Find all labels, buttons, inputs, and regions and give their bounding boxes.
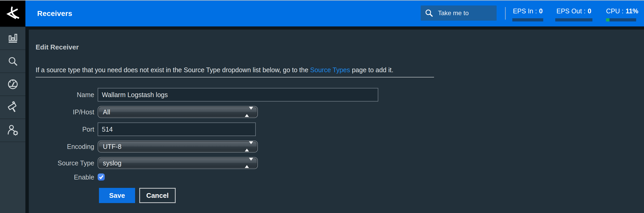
header-divider — [505, 7, 506, 20]
select-spinner-icon — [245, 110, 253, 114]
source-type-label: Source Type — [36, 159, 94, 167]
page-title: Receivers — [37, 1, 72, 26]
sidebar-item-monitoring[interactable] — [0, 73, 25, 96]
section-heading: Edit Receiver — [36, 43, 644, 51]
cpu-label: CPU : — [606, 7, 624, 15]
encoding-selected-value: UTF-8 — [98, 143, 121, 150]
port-row: Port — [36, 122, 644, 136]
search-placeholder: Take me to — [438, 9, 469, 17]
bar-chart-icon — [7, 32, 19, 44]
search-icon — [425, 9, 433, 17]
select-spinner-icon — [245, 161, 253, 165]
note-text-before: If a source type that you need does not … — [36, 66, 310, 74]
cpu-meter — [606, 18, 636, 21]
eps-out-metric: EPS Out :0 — [555, 7, 592, 21]
edit-receiver-form: Name IP/Host All Port Encoding UTF-8 Sou… — [36, 88, 644, 203]
left-sidebar — [0, 27, 25, 213]
enable-row: Enable — [36, 173, 644, 181]
name-label: Name — [36, 91, 94, 99]
eps-out-value: 0 — [588, 7, 591, 15]
eps-in-metric: EPS In :0 — [512, 7, 543, 21]
port-label: Port — [36, 126, 94, 133]
ip-host-label: IP/Host — [36, 108, 94, 116]
gavel-icon — [7, 101, 19, 113]
name-row: Name — [36, 88, 644, 102]
form-actions: Save Cancel — [36, 188, 644, 203]
arcsight-logo-icon — [4, 5, 21, 22]
ip-host-row: IP/Host All — [36, 106, 644, 118]
sidebar-item-dashboards[interactable] — [0, 27, 25, 50]
app-logo[interactable] — [0, 1, 25, 26]
enable-checkbox[interactable] — [98, 173, 105, 181]
search-icon — [7, 55, 19, 67]
port-input[interactable] — [98, 122, 256, 136]
eps-out-label: EPS Out : — [556, 7, 585, 15]
sidebar-item-configuration[interactable] — [0, 96, 25, 119]
sidebar-item-user-settings[interactable] — [0, 119, 25, 142]
name-input[interactable] — [98, 88, 378, 102]
cpu-metric: CPU :11% — [606, 7, 636, 21]
gauge-icon — [7, 78, 19, 90]
eps-in-meter — [512, 18, 543, 21]
eps-in-value: 0 — [539, 7, 543, 15]
source-type-note: If a source type that you need does not … — [36, 66, 644, 74]
cancel-button[interactable]: Cancel — [139, 188, 176, 203]
cpu-value: 11% — [626, 7, 639, 15]
encoding-row: Encoding UTF-8 — [36, 141, 644, 153]
encoding-label: Encoding — [36, 143, 94, 150]
select-spinner-icon — [245, 144, 253, 149]
enable-label: Enable — [36, 173, 94, 181]
source-type-select[interactable]: syslog — [98, 157, 258, 169]
sidebar-item-search[interactable] — [0, 50, 25, 73]
note-text-after: page to add it. — [350, 66, 393, 74]
main-content-panel: Edit Receiver If a source type that you … — [29, 30, 644, 213]
source-types-link[interactable]: Source Types — [310, 66, 350, 74]
checkmark-icon — [99, 175, 104, 180]
eps-out-meter — [555, 18, 592, 21]
top-header-bar: Receivers Take me to EPS In :0 EPS Out :… — [0, 1, 644, 26]
divider-rule — [36, 77, 434, 77]
source-type-row: Source Type syslog — [36, 157, 644, 169]
eps-in-label: EPS In : — [513, 7, 537, 15]
save-button[interactable]: Save — [99, 188, 135, 203]
take-me-to-search[interactable]: Take me to — [421, 5, 497, 21]
source-type-selected-value: syslog — [98, 159, 121, 167]
ip-host-selected-value: All — [98, 108, 110, 116]
encoding-select[interactable]: UTF-8 — [98, 141, 258, 153]
user-gear-icon — [7, 124, 19, 136]
ip-host-select[interactable]: All — [98, 106, 258, 118]
